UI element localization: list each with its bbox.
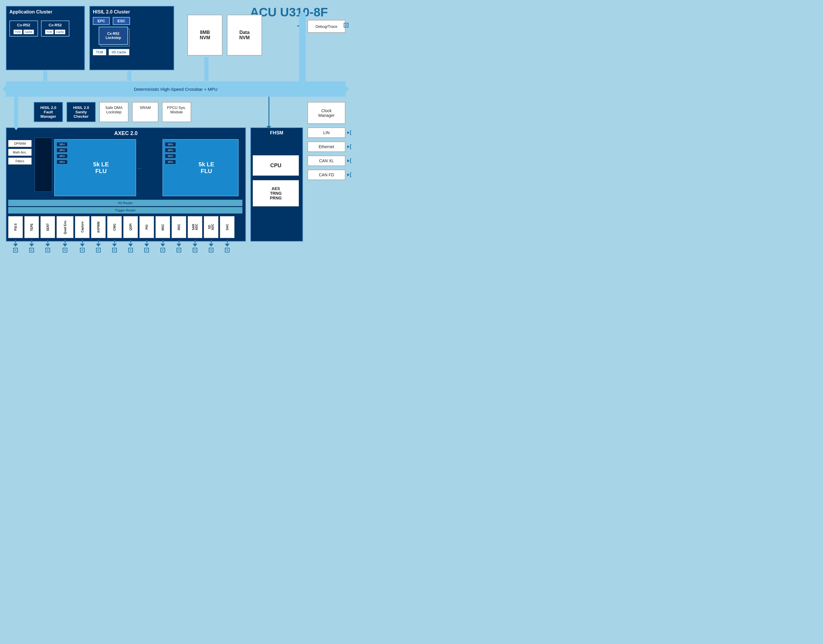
- io-capture: Capture: [75, 216, 90, 238]
- io-arrow-5: ✕: [75, 239, 90, 253]
- fhsm-label: FHSM: [251, 128, 302, 138]
- io-dac: DAC: [220, 216, 234, 238]
- flu-right-label: 5k LEFLU: [187, 161, 214, 175]
- mid-row: HISIL 2.0FaultManager HISIL 2.0SanityChe…: [34, 102, 191, 122]
- fhsm-cpu-box: CPU: [253, 155, 299, 176]
- nvm-down-arrow: [204, 57, 208, 81]
- can-xl-arrow: ✕: [347, 158, 351, 163]
- spu-r1: SPU: [165, 142, 176, 147]
- left-crossbar-arrow: [14, 97, 18, 130]
- io-quad-enc: Quad Enc.: [57, 216, 74, 238]
- can-fd-box: CAN FD: [307, 170, 345, 180]
- lockstep-main: Cx-R52Lockstep: [99, 27, 128, 45]
- left-small-boxes: DPRAM Math Acc. Filters: [8, 140, 32, 165]
- io-arrow-14: ✕: [220, 239, 234, 253]
- right-io-boxes: LIN ✕ Ethernet ✕ CAN XL: [307, 127, 345, 184]
- spu-4: SPU: [57, 159, 67, 164]
- io-psi5: PSI-5: [8, 216, 23, 238]
- efc-esc-row: EFC ESC: [93, 17, 171, 25]
- io-rdc: RDC: [172, 216, 186, 238]
- io-qspi: QSPI: [123, 216, 138, 238]
- lin-box: LIN: [307, 127, 345, 138]
- io-arrow-9: ✕: [139, 239, 154, 253]
- spu-r2: SPU: [165, 148, 176, 153]
- right-vert-bus: [299, 14, 306, 87]
- spu-column-left: SPU SPU SPU SPU: [57, 142, 67, 164]
- lin-row: LIN ✕: [307, 127, 345, 138]
- bottom-arrows-row: ✕ ✕ ✕ ✕ ✕: [8, 239, 234, 253]
- hisil-idcache: I/D Cache: [109, 49, 129, 55]
- bus-arrow-left: [2, 84, 8, 94]
- io-arrow-12: ✕: [188, 239, 202, 253]
- app-cluster-block: Application Cluster Cx-R52 TCM Cache Cx-…: [6, 6, 85, 70]
- io-arrow-4: ✕: [57, 239, 74, 253]
- ethernet-arrow: ✕: [347, 144, 351, 149]
- io-arrow-3: ✕: [40, 239, 55, 253]
- io-arrow-7: ✕: [107, 239, 122, 253]
- lin-arrow: ✕: [346, 130, 351, 135]
- dpram-box: DPRAM: [8, 140, 32, 147]
- sub-labels-1: TCM Cache: [14, 29, 34, 34]
- io-msc: MSC: [155, 216, 170, 238]
- spu-1: SPU: [57, 142, 67, 147]
- spu-2: SPU: [57, 148, 67, 153]
- axec-inner-left: [35, 138, 52, 192]
- hisil-tcm: TCM: [93, 49, 106, 55]
- spu-r3: SPU: [165, 154, 176, 158]
- io-arrow-8: ✕: [123, 239, 138, 253]
- io-sent: SENT: [40, 216, 55, 238]
- io-pio: PIO: [139, 216, 154, 238]
- math-acc-box: Math Acc.: [8, 149, 32, 156]
- safe-dma-box: Safe DMALockstep: [99, 102, 129, 122]
- hisil-fault-box: HISIL 2.0FaultManager: [34, 102, 63, 122]
- io-axpwm: AXPWM: [91, 216, 106, 238]
- efc-box: EFC: [93, 17, 110, 25]
- app-cluster-label: Application Cluster: [9, 9, 81, 15]
- vert-bus-top-arrow: [299, 11, 306, 14]
- can-xl-row: CAN XL ✕: [307, 155, 345, 166]
- hisil-cluster-down-arrow: [127, 71, 132, 81]
- io-tepe: TEPE: [24, 216, 39, 238]
- esc-box: ESC: [113, 17, 130, 25]
- fpcu-box: FPCU Sys.Module: [162, 102, 191, 122]
- io-sar-adc: SARADC: [188, 216, 202, 238]
- spu-column-right: SPU SPU SPU SPU: [165, 142, 176, 164]
- cx-r52-group: Cx-R52 TCM Cache Cx-R52 TCM Cache: [9, 20, 81, 37]
- cx-r52-box-2: Cx-R52 TCM Cache: [41, 20, 70, 37]
- io-boxes-row: PSI-5 TEPE SENT Quad Enc. Capture AXPWM …: [8, 216, 234, 238]
- hisil-cluster-block: HISIL 2.0 Cluster EFC ESC Cx-R52Lockstep…: [89, 6, 174, 70]
- io-cwg: CWG: [107, 216, 122, 238]
- sub-labels-2: TCM Cache: [45, 29, 66, 34]
- filters-box: Filters: [8, 158, 32, 165]
- debug-connector: ✕: [344, 23, 348, 28]
- io-arrow-11: ✕: [172, 239, 186, 253]
- ethernet-box: Ethernet: [307, 141, 345, 152]
- cx-r52-box-1: Cx-R52 TCM Cache: [9, 20, 38, 37]
- trigger-router-bar: Trigger Router: [8, 207, 242, 213]
- can-fd-row: CAN FD ✕: [307, 170, 345, 180]
- ethernet-row: Ethernet ✕: [307, 141, 345, 152]
- spu-3: SPU: [57, 154, 67, 158]
- sram-box: SRAM: [132, 102, 158, 122]
- debug-trace-block: Debug/Trace: [307, 20, 345, 33]
- axec-label: AXEC 2.0: [6, 128, 245, 139]
- flu-double-arrow: ↔: [136, 165, 142, 172]
- flu-left-label: 5k LEFLU: [81, 161, 109, 175]
- app-cluster-down-arrow: [43, 71, 48, 81]
- can-fd-arrow: ✕: [347, 172, 351, 177]
- main-diagram: ACU U310-8F Application Cluster Cx-R52 T…: [0, 0, 351, 275]
- tcm-idcache-row: TCM I/D Cache: [93, 49, 171, 55]
- fhsm-aes-box: AESTRNGPRNG: [253, 180, 299, 207]
- can-xl-box: CAN XL: [307, 155, 345, 166]
- io-arrow-2: ✕: [24, 239, 39, 253]
- fhsm-arrow-down: [267, 97, 271, 129]
- io-arrow-1: ✕: [8, 239, 23, 253]
- nvm-8mb-block: 8MBNVM: [187, 15, 222, 56]
- lockstep-group: Cx-R52Lockstep: [99, 27, 131, 45]
- spu-r4: SPU: [165, 159, 176, 164]
- data-nvm-block: DataNVM: [227, 15, 262, 56]
- io-sd-adc: SDADC: [204, 216, 218, 238]
- bus-arrow-right: [344, 84, 349, 94]
- hisil-cluster-label: HISIL 2.0 Cluster: [93, 9, 171, 15]
- crossbar-label: Deterministic High-Speed Crossbar + MPU: [134, 87, 218, 92]
